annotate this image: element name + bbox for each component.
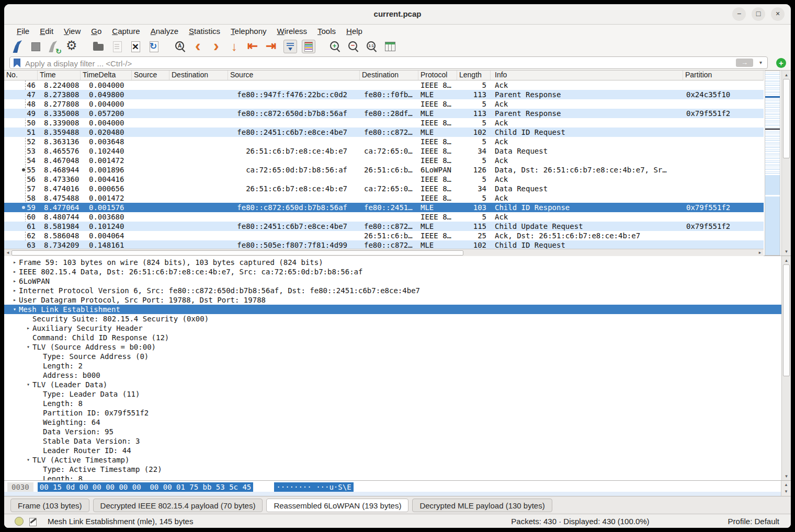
autoscroll-icon[interactable]	[283, 40, 297, 53]
expand-arrow-icon[interactable]: ▾	[24, 380, 32, 389]
menu-item[interactable]: Go	[86, 27, 107, 36]
packet-row[interactable]: 52 8.363136 0.003648 IEEE 8… 5 Ack	[4, 137, 764, 146]
packet-row[interactable]: 51 8.359488 0.020480 fe80::2451:c6b7:e8c…	[4, 128, 764, 137]
packet-row[interactable]: 53 8.465576 0.102440 26:51:c6:b7:e8:ce:4…	[4, 146, 764, 156]
hex-vscrollbar[interactable]: ▴ ▾	[781, 481, 791, 496]
expand-arrow-icon[interactable]: ▸	[10, 267, 19, 276]
scroll-right-icon[interactable]: ▸	[756, 249, 764, 256]
packet-list-minimap[interactable]	[765, 71, 780, 256]
detail-row[interactable]: ▸ Frame 59: 103 bytes on wire (824 bits)…	[4, 258, 781, 267]
byte-source-tab[interactable]: Reassembled 6LoWPAN (193 bytes)	[266, 499, 408, 512]
menu-item[interactable]: Analyze	[145, 27, 184, 36]
resize-columns-icon[interactable]	[383, 40, 397, 53]
packet-row[interactable]: 54 8.467048 0.001472 IEEE 8… 5 Ack	[4, 156, 764, 165]
column-header[interactable]: Source	[228, 71, 360, 80]
minimize-button[interactable]: −	[732, 7, 746, 21]
detail-row[interactable]: Length: 8	[4, 474, 781, 480]
zoom-out-icon[interactable]	[347, 40, 360, 53]
expand-arrow-icon[interactable]: ▸	[10, 276, 19, 286]
menu-item[interactable]: File	[12, 27, 35, 36]
close-button[interactable]: ×	[771, 7, 785, 21]
column-header[interactable]: TimeDelta	[81, 71, 132, 80]
hex-ascii[interactable]: ········ ···u·S\E	[274, 482, 353, 492]
expand-arrow-icon[interactable]	[35, 371, 43, 380]
detail-row[interactable]: ▸ 6LoWPAN	[4, 276, 781, 286]
detail-row[interactable]: Security Suite: 802.15.4 Security (0x00)	[4, 314, 781, 323]
packet-row[interactable]: 58 8.475488 0.001472 IEEE 8… 5 Ack	[4, 193, 764, 203]
find-packet-icon[interactable]	[174, 40, 187, 53]
menu-item[interactable]: Capture	[107, 27, 145, 36]
packet-row[interactable]: 49 8.335008 0.057200 fe80::c872:650d:b7b…	[4, 109, 764, 118]
packet-row[interactable]: 46 8.224008 0.004000 IEEE 8… 5 Ack	[4, 80, 764, 90]
detail-row[interactable]: ▸ Auxiliary Security Header	[4, 323, 781, 333]
expand-arrow-icon[interactable]	[35, 361, 43, 371]
menu-item[interactable]: Help	[341, 27, 368, 36]
detail-row[interactable]: ▾ TLV (Leader Data)	[4, 380, 781, 389]
detail-row[interactable]: ▾ TLV (Active Timestamp)	[4, 455, 781, 465]
scroll-up-icon[interactable]: ▴	[782, 257, 791, 264]
detail-row[interactable]: ▸ Internet Protocol Version 6, Src: fe80…	[4, 286, 781, 295]
detail-row[interactable]: Length: 8	[4, 399, 781, 408]
column-header[interactable]: Time	[38, 71, 81, 80]
colorize-icon[interactable]	[302, 40, 315, 53]
detail-row[interactable]: Type: Source Address (0)	[4, 352, 781, 361]
column-header[interactable]: Info	[491, 71, 683, 80]
start-capture-icon[interactable]	[10, 40, 24, 53]
detail-row[interactable]: ▸ IEEE 802.15.4 Data, Dst: 26:51:c6:b7:e…	[4, 267, 781, 276]
scroll-up-icon[interactable]: ▴	[782, 71, 791, 78]
expand-arrow-icon[interactable]	[35, 465, 43, 474]
expand-arrow-icon[interactable]: ▸	[10, 295, 19, 305]
scroll-up-icon[interactable]: ▴	[781, 481, 791, 488]
capture-comment-icon[interactable]	[29, 517, 37, 526]
packet-row[interactable]: 61 8.581984 0.101240 fe80::2451:c6b7:e8c…	[4, 222, 764, 231]
scroll-down-icon[interactable]: ▾	[782, 248, 791, 255]
hex-bytes[interactable]: 00 15 0d 00 00 00 00 00 00 00 01 75 bb 5…	[38, 482, 254, 492]
packet-row[interactable]: 56 8.473360 0.004416 IEEE 8… 5 Ack	[4, 175, 764, 184]
packet-row[interactable]: 47 8.273808 0.049800 fe80::947f:f476:22b…	[4, 90, 764, 99]
detail-row[interactable]: Partition ID: 0x79f551f2	[4, 408, 781, 418]
column-header[interactable]: Protocol	[418, 71, 457, 80]
next-packet-icon[interactable]	[210, 40, 224, 53]
packet-row[interactable]: 48 8.277808 0.004000 IEEE 8… 5 Ack	[4, 99, 764, 109]
packet-row[interactable]: 60 8.480744 0.003680 IEEE 8… 5 Ack	[4, 212, 764, 222]
zoom-in-icon[interactable]	[328, 40, 342, 53]
byte-source-tab[interactable]: Decrypted IEEE 802.15.4 payload (70 byte…	[93, 499, 263, 512]
display-filter-field[interactable]: → ▾	[9, 56, 768, 69]
expand-arrow-icon[interactable]: ▾	[10, 305, 19, 314]
menu-item[interactable]: View	[59, 27, 86, 36]
add-filter-button[interactable]: +	[776, 58, 786, 68]
detail-row[interactable]: ▾ TLV (Source Address = b0:00)	[4, 342, 781, 352]
last-packet-icon[interactable]	[265, 40, 279, 53]
column-header[interactable]: Partition	[683, 71, 764, 80]
expand-arrow-icon[interactable]: ▸	[24, 323, 32, 333]
detail-row[interactable]: Leader Router ID: 44	[4, 446, 781, 455]
restart-capture-icon[interactable]	[47, 40, 61, 53]
column-header[interactable]: Destination	[169, 71, 228, 80]
previous-packet-icon[interactable]	[192, 40, 206, 53]
expand-arrow-icon[interactable]	[35, 352, 43, 361]
packet-row[interactable]: 59 8.477064 0.001576 fe80::c872:650d:b7b…	[4, 203, 764, 212]
detail-row[interactable]: Command: Child ID Response (12)	[4, 333, 781, 342]
detail-row[interactable]: Length: 2	[4, 361, 781, 371]
detail-row[interactable]: ▸ User Datagram Protocol, Src Port: 1978…	[4, 295, 781, 305]
expand-arrow-icon[interactable]	[24, 333, 32, 342]
scroll-down-icon[interactable]: ▾	[782, 472, 791, 480]
hscroll-thumb[interactable]	[12, 250, 463, 256]
packet-row[interactable]: 57 8.474016 0.000656 26:51:c6:b7:e8:ce:4…	[4, 184, 764, 193]
reload-file-icon[interactable]	[147, 40, 161, 53]
detail-row[interactable]: Type: Leader Data (11)	[4, 389, 781, 399]
byte-source-tab[interactable]: Decrypted MLE payload (130 bytes)	[412, 499, 552, 512]
display-filter-input[interactable]	[24, 57, 715, 70]
apply-filter-button[interactable]: →	[736, 59, 753, 67]
expert-info-icon[interactable]	[15, 517, 24, 526]
packet-row[interactable]: 50 8.339008 0.004000 IEEE 8… 5 Ack	[4, 118, 764, 128]
expand-arrow-icon[interactable]	[35, 427, 43, 436]
packet-list-hscrollbar[interactable]: ◂ ▸	[4, 249, 764, 256]
packet-row[interactable]: 62 8.586048 0.004064 26:51:c6:b… IEEE 8……	[4, 231, 764, 240]
column-header[interactable]: Length	[457, 71, 491, 80]
expand-arrow-icon[interactable]: ▸	[10, 286, 19, 295]
open-file-icon[interactable]	[92, 40, 106, 53]
titlebar[interactable]: current.pcap −□×	[4, 4, 791, 25]
bookmark-icon[interactable]	[14, 59, 20, 67]
save-file-icon[interactable]	[110, 40, 124, 53]
